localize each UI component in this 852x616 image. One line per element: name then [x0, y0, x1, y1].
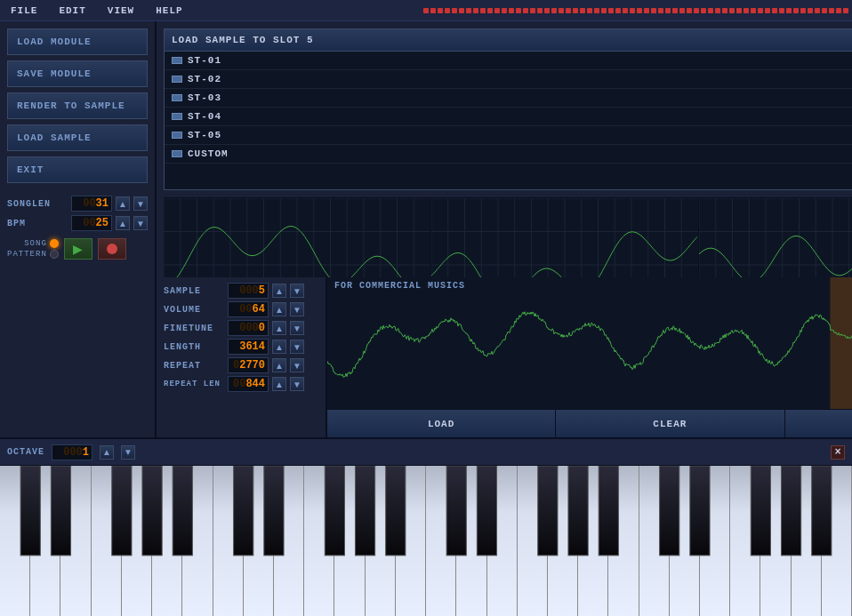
menu-file[interactable]: FILE [7, 4, 41, 18]
bpm-up[interactable]: ▲ [116, 216, 130, 230]
repeat-up[interactable]: ▲ [272, 358, 286, 372]
sample-label: SAMPLE [164, 286, 224, 296]
piano-key-b2[interactable] [396, 466, 426, 616]
repeat-down[interactable]: ▼ [290, 358, 304, 372]
finetune-down[interactable]: ▼ [290, 321, 304, 335]
file-item-st05[interactable]: ST-05 [165, 126, 852, 145]
finetune-up[interactable]: ▲ [272, 321, 286, 335]
piano-key-e2[interactable] [274, 466, 304, 616]
piano-section: OCTAVE 0001 ▲ ▼ × [0, 437, 852, 616]
bpm-row: BPM 0025 ▲ ▼ [7, 215, 148, 231]
pattern-area: S M FX S M FX S [164, 197, 852, 277]
piano-key-a3[interactable] [578, 466, 608, 616]
length-label: LENGTH [164, 342, 224, 352]
menu-view[interactable]: VIEW [104, 4, 138, 18]
menu-edit[interactable]: EDIT [55, 4, 89, 18]
load-action-button[interactable]: LOAD [327, 410, 556, 437]
sample-down[interactable]: ▼ [290, 284, 304, 298]
clear-action-button[interactable]: CLEAR [556, 410, 784, 437]
piano-key-e[interactable] [60, 466, 91, 616]
piano-key-g4[interactable] [760, 466, 791, 616]
pattern-col-3: S M FX [699, 198, 852, 276]
exit-button[interactable]: EXIT [7, 156, 148, 183]
piano-key-e3[interactable] [487, 466, 518, 616]
reverse-action-button[interactable]: REVERSE [785, 410, 853, 437]
record-button[interactable] [98, 238, 126, 260]
dialog-title: LOAD SAMPLE TO SLOT 5 [172, 35, 314, 45]
piano-key-f4[interactable] [730, 466, 760, 616]
length-up[interactable]: ▲ [272, 340, 286, 354]
volume-up[interactable]: ▲ [272, 302, 286, 316]
sample-up[interactable]: ▲ [272, 284, 286, 298]
repeat-len-down[interactable]: ▼ [290, 377, 304, 391]
load-sample-button[interactable]: LOAD SAMPLE [7, 124, 148, 151]
piano-key-g3[interactable] [548, 466, 578, 616]
file-icon [172, 113, 182, 120]
piano-key-d4[interactable] [670, 466, 700, 616]
file-icon [172, 57, 182, 64]
piano-key-c3[interactable] [426, 466, 456, 616]
waveform-label: FOR COMMERCIAL MUSICS [334, 281, 465, 291]
file-item-st03[interactable]: ST-03 [165, 89, 852, 108]
play-button[interactable]: ▶ [64, 238, 92, 260]
volume-display: 0064 [228, 301, 269, 317]
length-display: 3614 [228, 339, 269, 355]
dialog-header: LOAD SAMPLE TO SLOT 5 × [165, 29, 852, 52]
volume-down[interactable]: ▼ [290, 302, 304, 316]
piano-key-d3[interactable] [456, 466, 486, 616]
piano-header: OCTAVE 0001 ▲ ▼ × [0, 439, 852, 466]
dialog-body: ▲ ST-01 ST-02 [165, 52, 852, 189]
file-item-st04[interactable]: ST-04 [165, 108, 852, 126]
volume-row: VOLUME 0064 ▲ ▼ [164, 301, 318, 317]
save-module-button[interactable]: SAVE MODULE [7, 60, 148, 87]
piano-key-a4[interactable] [792, 466, 822, 616]
sample-display: 0005 [228, 283, 269, 299]
piano-key-b3[interactable] [608, 466, 639, 616]
sample-section: SAMPLE 0005 ▲ ▼ VOLUME 0064 ▲ ▼ [157, 277, 852, 437]
file-item-st02[interactable]: ST-02 [165, 70, 852, 89]
length-down[interactable]: ▼ [290, 340, 304, 354]
songlen-down[interactable]: ▼ [133, 196, 148, 211]
repeat-row: REPEAT 02770 ▲ ▼ [164, 357, 318, 373]
waveform-canvas [327, 277, 852, 409]
piano-key-f[interactable] [92, 466, 122, 616]
file-item-custom[interactable]: CUSTOM [165, 145, 852, 164]
file-icon [172, 150, 182, 157]
file-icon [172, 132, 182, 139]
piano-close-button[interactable]: × [831, 445, 845, 460]
load-module-button[interactable]: LOAD MODULE [7, 28, 148, 55]
piano-key-c[interactable] [0, 466, 30, 616]
piano-key-c2[interactable] [213, 466, 244, 616]
length-row: LENGTH 3614 ▲ ▼ [164, 339, 318, 355]
piano-key-b[interactable] [182, 466, 213, 616]
piano-key-g[interactable] [122, 466, 152, 616]
menu-help[interactable]: HELP [152, 4, 186, 18]
piano-key-b4[interactable] [822, 466, 852, 616]
file-icon [172, 94, 182, 101]
render-to-sample-button[interactable]: RENDER TO SAMPLE [7, 92, 148, 119]
songlen-up[interactable]: ▲ [116, 196, 130, 211]
pattern-col-2: S M FX [431, 198, 699, 276]
sidebar: LOAD MODULE SAVE MODULE RENDER TO SAMPLE… [0, 21, 157, 437]
piano-key-d2[interactable] [244, 466, 274, 616]
bpm-down[interactable]: ▼ [133, 216, 148, 230]
piano-key-g2[interactable] [334, 466, 365, 616]
finetune-display: 0000 [228, 320, 269, 336]
finetune-row: FINETUNE 0000 ▲ ▼ [164, 320, 318, 336]
octave-up[interactable]: ▲ [100, 445, 114, 460]
repeat-label: REPEAT [164, 361, 224, 371]
piano-key-e4[interactable] [700, 466, 730, 616]
file-item-st01[interactable]: ST-01 [165, 52, 852, 70]
piano-key-f2[interactable] [304, 466, 334, 616]
piano-key-a[interactable] [152, 466, 182, 616]
piano-key-a2[interactable] [366, 466, 396, 616]
octave-down[interactable]: ▼ [121, 445, 135, 460]
song-led [50, 239, 59, 248]
file-list-container: ▲ ST-01 ST-02 [165, 52, 852, 189]
piano-key-c4[interactable] [639, 466, 670, 616]
piano-key-d[interactable] [30, 466, 60, 616]
repeat-len-label: REPEAT LEN [164, 380, 224, 388]
repeat-len-up[interactable]: ▲ [272, 377, 286, 391]
piano-key-f3[interactable] [518, 466, 548, 616]
repeat-display: 02770 [228, 357, 269, 373]
